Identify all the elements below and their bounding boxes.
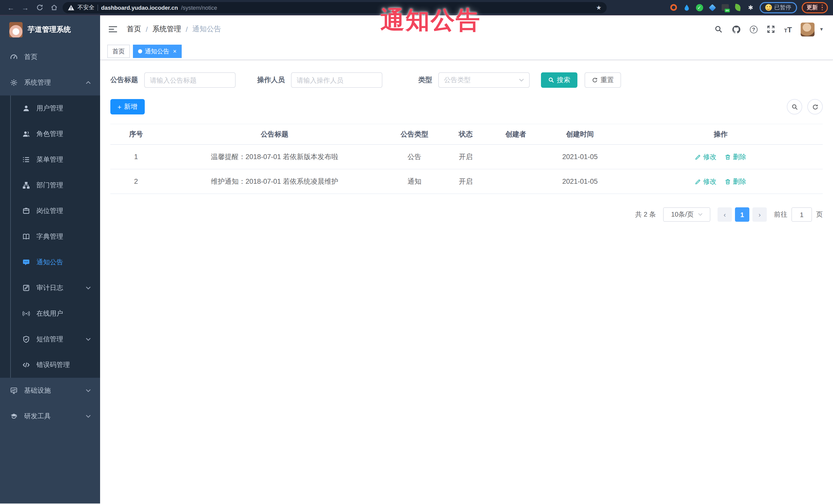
sidebar-item-通知公告[interactable]: 通知公告	[0, 249, 100, 275]
bookmark-star-icon[interactable]: ★	[596, 4, 601, 11]
pagination: 共 2 条 10条/页 ‹ 1 › 前往	[110, 207, 823, 222]
sidebar-item-部门管理[interactable]: 部门管理	[0, 172, 100, 198]
chevron-down-icon[interactable]: ▼	[819, 27, 824, 32]
sidebar-item-首页[interactable]: 首页	[0, 44, 100, 70]
browser-menu-icon[interactable]	[822, 5, 823, 10]
breadcrumb: 首页 / 系统管理 / 通知公告	[127, 25, 221, 34]
breadcrumb-current: 通知公告	[192, 25, 221, 34]
reset-button[interactable]: 重置	[585, 72, 621, 88]
chevron-up-icon	[86, 81, 91, 84]
sidebar-item-label: 部门管理	[37, 181, 91, 190]
sidebar-item-label: 角色管理	[37, 129, 91, 139]
add-button[interactable]: + 新增	[110, 99, 144, 115]
type-select[interactable]: 公告类型	[438, 72, 530, 88]
breadcrumb-home[interactable]: 首页	[127, 25, 141, 34]
col-no: 序号	[110, 124, 162, 144]
paused-label: 已暂停	[774, 4, 791, 11]
extension-orange-ring-icon[interactable]	[669, 3, 678, 11]
col-created: 创建时间	[542, 124, 618, 144]
chevron-down-icon	[519, 78, 524, 81]
title-label: 公告标题	[110, 75, 138, 85]
sidebar-item-错误码管理[interactable]: 错误码管理	[0, 352, 100, 378]
delete-link[interactable]: 删除	[725, 177, 746, 186]
avatar[interactable]	[801, 22, 814, 36]
sidebar-item-审计日志[interactable]: 审计日志	[0, 275, 100, 301]
extension-drop-icon[interactable]	[682, 3, 691, 11]
sidebar-item-短信管理[interactable]: 短信管理	[0, 327, 100, 352]
filter-form: 公告标题 操作人员 类型 公告类型 搜索	[110, 72, 823, 88]
search-button[interactable]: 搜索	[541, 72, 577, 88]
hamburger-icon[interactable]	[108, 25, 118, 33]
sidebar-item-研发工具[interactable]: 研发工具	[0, 403, 100, 429]
plus-icon: +	[118, 103, 121, 111]
address-bar[interactable]: 不安全 dashboard.yudao.iocoder.cn/system/no…	[63, 2, 606, 13]
forward-icon[interactable]: →	[20, 2, 31, 13]
cell-no: 2	[110, 169, 162, 194]
sidebar-item-用户管理[interactable]: 用户管理	[0, 95, 100, 121]
prev-page-button[interactable]: ‹	[717, 207, 732, 222]
col-title: 公告标题	[162, 124, 387, 144]
edit-link[interactable]: 修改	[695, 152, 716, 162]
sidebar-item-字典管理[interactable]: 字典管理	[0, 224, 100, 249]
operator-label: 操作人员	[257, 75, 285, 85]
active-dot-icon	[138, 49, 142, 53]
home-icon[interactable]	[48, 2, 60, 13]
github-icon[interactable]	[732, 25, 741, 34]
extension-leaf-icon[interactable]	[734, 3, 742, 11]
goto-page-input[interactable]	[791, 207, 812, 222]
sidebar-item-岗位管理[interactable]: 岗位管理	[0, 198, 100, 224]
page-size-select[interactable]: 10条/页	[663, 207, 710, 222]
users-icon	[23, 130, 30, 138]
tag-home[interactable]: 首页	[107, 45, 130, 58]
sidebar-item-label: 系统管理	[24, 78, 79, 87]
sidebar-item-label: 用户管理	[37, 104, 91, 113]
col-actions: 操作	[618, 124, 823, 144]
sidebar-item-角色管理[interactable]: 角色管理	[0, 121, 100, 147]
delete-link[interactable]: 删除	[725, 152, 746, 162]
page-unit-label: 页	[816, 210, 823, 219]
sidebar-item-系统管理[interactable]: 系统管理	[0, 70, 100, 95]
header-search-icon[interactable]	[714, 25, 723, 34]
cell-created: 2021-01-05	[542, 144, 618, 169]
help-icon[interactable]: ?	[750, 25, 758, 33]
col-status: 状态	[442, 124, 490, 144]
annotation-overlay: 通知公告	[380, 4, 481, 37]
browser-extensions: ✓ on ✱ 已暂停 更新	[669, 2, 828, 13]
chevron-down-icon	[86, 286, 91, 289]
toggle-search-button[interactable]	[787, 99, 802, 115]
breadcrumb-system[interactable]: 系统管理	[152, 25, 181, 34]
refresh-button[interactable]	[807, 99, 823, 115]
tag-close-icon[interactable]: ×	[173, 48, 176, 55]
warning-icon	[68, 4, 74, 10]
page-1-button[interactable]: 1	[735, 207, 749, 222]
extension-green-circle-icon[interactable]: ✓	[695, 3, 704, 11]
browser-update-button[interactable]: 更新	[802, 2, 828, 13]
title-input[interactable]	[144, 72, 236, 88]
emoji-face-icon	[765, 4, 772, 11]
extension-gem-icon[interactable]	[708, 3, 716, 11]
extension-onoff-icon[interactable]: on	[721, 3, 729, 11]
cell-title: 温馨提醒：2018-07-01 若依新版本发布啦	[162, 144, 387, 169]
fullscreen-icon[interactable]	[766, 25, 776, 34]
sidebar-item-菜单管理[interactable]: 菜单管理	[0, 147, 100, 172]
extensions-puzzle-icon[interactable]: ✱	[746, 3, 755, 11]
profile-paused-chip[interactable]: 已暂停	[759, 2, 797, 13]
next-page-button[interactable]: ›	[753, 207, 767, 222]
cell-created: 2021-01-05	[542, 169, 618, 194]
col-creator: 创建者	[490, 124, 542, 144]
font-size-icon[interactable]: TT	[784, 25, 792, 33]
sidebar-item-基础设施[interactable]: 基础设施	[0, 378, 100, 403]
chevron-down-icon	[86, 415, 91, 418]
cell-actions: 修改删除	[618, 169, 823, 194]
back-icon[interactable]: ←	[5, 2, 17, 13]
edit-link[interactable]: 修改	[695, 177, 716, 186]
page-content: 公告标题 操作人员 类型 公告类型 搜索	[100, 60, 833, 503]
app-logo[interactable]: 芋道管理系统	[0, 16, 100, 44]
reload-icon[interactable]	[34, 2, 45, 13]
monitor-icon	[10, 387, 18, 394]
tag-notice[interactable]: 通知公告 ×	[133, 45, 182, 58]
sidebar-item-label: 错误码管理	[37, 360, 91, 369]
sidebar-item-在线用户[interactable]: 在线用户	[0, 301, 100, 327]
operator-input[interactable]	[291, 72, 382, 88]
badge-icon	[23, 207, 30, 215]
